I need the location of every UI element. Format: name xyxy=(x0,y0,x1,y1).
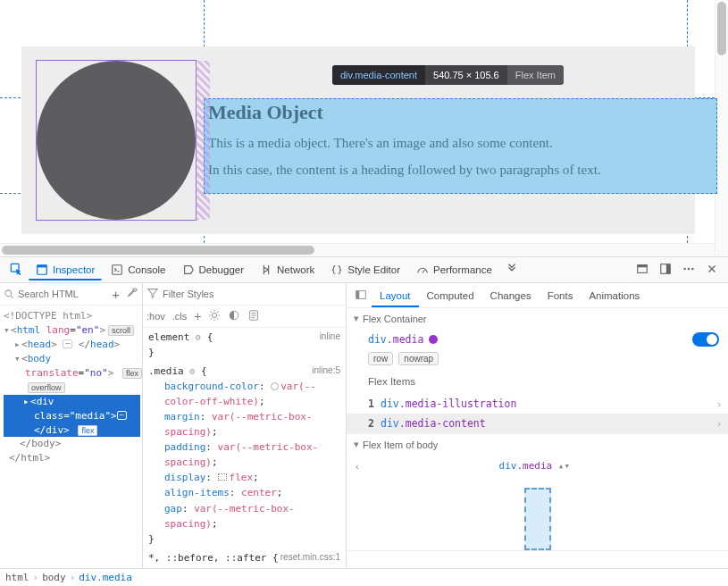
filter-styles-input[interactable] xyxy=(163,289,342,299)
svg-rect-3 xyxy=(113,265,122,275)
search-html-input[interactable] xyxy=(18,289,105,299)
devtools-toolbar: Inspector Console Debugger Network Style… xyxy=(0,256,728,283)
filter-icon xyxy=(146,287,159,301)
tab-debugger[interactable]: Debugger xyxy=(175,260,252,280)
media-illustration xyxy=(36,60,197,221)
body-close[interactable]: </body> xyxy=(4,437,140,451)
body-node[interactable]: ▾<body xyxy=(4,352,140,366)
svg-point-8 xyxy=(683,268,685,270)
svg-rect-5 xyxy=(638,265,648,268)
element-picker-icon[interactable] xyxy=(5,259,27,280)
search-icon xyxy=(4,288,14,300)
pill-row: row xyxy=(368,352,393,365)
dom-tree[interactable]: <!DOCTYPE html> ▾<html lang="en">scroll … xyxy=(0,306,142,469)
tab-inspector[interactable]: Inspector xyxy=(29,260,102,280)
css-rules[interactable]: inlineelement ⚙ {} inline:5.media ⚙ {bac… xyxy=(143,328,346,568)
tab-console[interactable]: Console xyxy=(104,260,172,280)
svg-rect-2 xyxy=(38,265,47,268)
sidebar-toggle-icon[interactable] xyxy=(350,285,372,306)
flex-item-diagram xyxy=(524,488,551,550)
flex-items-heading: Flex Items xyxy=(368,376,719,387)
close-devtools-icon[interactable] xyxy=(701,259,723,280)
light-scheme-icon[interactable] xyxy=(208,309,221,323)
svg-point-10 xyxy=(691,268,693,270)
section-flex-container[interactable]: ▾Flex Container xyxy=(347,308,728,329)
tab-style-editor[interactable]: Style Editor xyxy=(323,260,407,280)
head-node[interactable]: ▸<head> ⋯ </head> xyxy=(4,338,140,352)
tabs-overflow-icon[interactable] xyxy=(501,259,523,280)
tab-network[interactable]: Network xyxy=(253,260,322,280)
inspector-tooltip: div.media-content 540.75 × 105.6 Flex It… xyxy=(332,65,564,85)
pill-nowrap: nowrap xyxy=(398,352,439,365)
search-html[interactable] xyxy=(4,288,105,300)
dock-mode-icon[interactable] xyxy=(655,259,676,280)
html-node[interactable]: ▾<html lang="en">scroll xyxy=(4,323,140,338)
panel-tab-fonts[interactable]: Fonts xyxy=(540,285,582,306)
media-content-highlight: Media Object This is a media object. The… xyxy=(204,98,717,194)
dark-scheme-icon[interactable] xyxy=(228,309,240,323)
kebab-menu-icon[interactable] xyxy=(678,259,699,280)
svg-point-9 xyxy=(688,268,690,270)
layout-panel: Layout Computed Changes Fonts Animations… xyxy=(347,283,728,568)
add-node-icon[interactable]: + xyxy=(109,287,122,302)
margin-overlay xyxy=(196,61,210,220)
print-media-icon[interactable] xyxy=(247,309,260,323)
flex-item-2[interactable]: 2div.media-content› xyxy=(347,414,728,433)
overlay-color-swatch[interactable] xyxy=(429,335,438,344)
breadcrumb[interactable]: html› body› div.media xyxy=(0,568,728,586)
page-viewport: Media Object This is a media object. The… xyxy=(0,0,728,256)
flex-overlay-toggle[interactable] xyxy=(692,332,719,347)
svg-point-12 xyxy=(213,313,217,317)
svg-rect-16 xyxy=(356,290,360,298)
media-heading: Media Object xyxy=(208,101,713,124)
media-image-placeholder xyxy=(37,61,196,220)
selected-div-node[interactable]: ▸<div xyxy=(4,395,140,409)
html-close[interactable]: </html> xyxy=(4,451,140,465)
pseudo-hov[interactable]: :hov xyxy=(146,311,165,322)
svg-point-11 xyxy=(5,290,12,297)
panel-tab-animations[interactable]: Animations xyxy=(581,285,648,306)
markup-panel: + <!DOCTYPE html> ▾<html lang="en">scrol… xyxy=(0,283,143,568)
tab-performance[interactable]: Performance xyxy=(409,260,499,280)
media-paragraph: In this case, the content is a heading f… xyxy=(208,162,713,178)
horizontal-scrollbar[interactable] xyxy=(0,243,715,256)
panel-tab-layout[interactable]: Layout xyxy=(372,285,419,307)
iframe-picker-icon[interactable] xyxy=(632,259,653,280)
media-paragraph: This is a media object. There's an image… xyxy=(208,135,713,151)
devtools-body: + <!DOCTYPE html> ▾<html lang="en">scrol… xyxy=(0,283,728,568)
section-flex-item[interactable]: ▾Flex Item of body xyxy=(347,434,728,455)
eyedropper-icon[interactable] xyxy=(126,287,138,301)
svg-rect-7 xyxy=(666,264,670,274)
rules-panel: :hov .cls + inlineelement ⚙ {} inline:5.… xyxy=(143,283,347,568)
panel-tab-computed[interactable]: Computed xyxy=(419,285,482,306)
pseudo-cls[interactable]: .cls xyxy=(172,311,188,322)
doctype-node[interactable]: <!DOCTYPE html> xyxy=(4,309,140,323)
panel-tab-changes[interactable]: Changes xyxy=(482,285,540,306)
add-rule-icon[interactable]: + xyxy=(194,309,201,323)
flex-item-1[interactable]: 1div.media-illustration› xyxy=(347,394,728,414)
